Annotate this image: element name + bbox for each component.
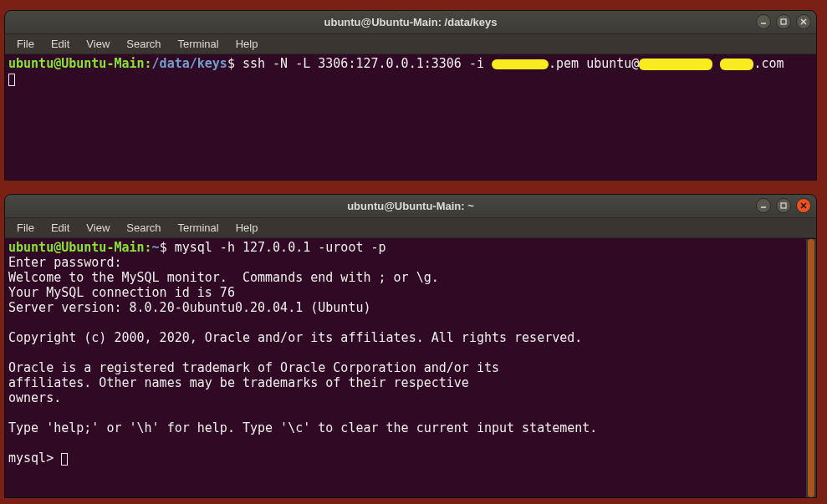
prompt-path: ~ xyxy=(152,240,160,255)
menubar-1: File Edit View Search Terminal Help xyxy=(5,34,816,54)
output-line: owners. xyxy=(8,390,61,405)
redacted-host-2 xyxy=(720,59,753,70)
prompt-colon: : xyxy=(145,240,152,255)
window-controls-2 xyxy=(756,198,811,213)
menu-help[interactable]: Help xyxy=(229,36,265,52)
minimize-button[interactable] xyxy=(756,198,771,213)
minimize-button[interactable] xyxy=(756,14,771,29)
menu-edit[interactable]: Edit xyxy=(44,36,76,52)
maximize-button[interactable] xyxy=(776,198,791,213)
cmd-part-3: .com xyxy=(753,56,784,71)
prompt-userhost: ubuntu@Ubuntu-Main xyxy=(8,56,145,71)
window-title-1: ubuntu@Ubuntu-Main: /data/keys xyxy=(324,16,498,28)
output-line: Welcome to the MySQL monitor. Commands e… xyxy=(8,270,439,285)
menu-file[interactable]: File xyxy=(10,220,41,236)
output-line: Copyright (c) 2000, 2020, Oracle and/or … xyxy=(8,330,582,345)
prompt-dollar: $ xyxy=(227,56,242,71)
scrollbar-thumb[interactable] xyxy=(808,239,814,497)
titlebar-2[interactable]: ubuntu@Ubuntu-Main: ~ xyxy=(5,195,816,218)
menu-terminal[interactable]: Terminal xyxy=(171,36,226,52)
scrollbar[interactable] xyxy=(806,239,816,497)
close-icon xyxy=(799,18,808,26)
cmd-part-1: ssh -N -L 3306:127.0.0.1:3306 -i xyxy=(242,56,492,71)
menu-edit[interactable]: Edit xyxy=(44,220,76,236)
cmd-part-2: .pem ubuntu@ xyxy=(549,56,639,71)
close-icon xyxy=(799,201,808,210)
menu-help[interactable]: Help xyxy=(229,220,265,236)
maximize-button[interactable] xyxy=(776,14,791,29)
terminal-body-1[interactable]: ubuntu@Ubuntu-Main:/data/keys$ ssh -N -L… xyxy=(5,54,816,88)
prompt-dollar: $ xyxy=(160,240,175,255)
menu-search[interactable]: Search xyxy=(120,36,167,52)
prompt-path: /data/keys xyxy=(152,56,227,71)
prompt-colon: : xyxy=(145,56,152,71)
output-line: affiliates. Other names may be trademark… xyxy=(8,375,469,390)
terminal-body-2[interactable]: ubuntu@Ubuntu-Main:~$ mysql -h 127.0.0.1… xyxy=(5,238,816,467)
minimize-icon xyxy=(759,18,768,26)
window-controls-1 xyxy=(756,14,811,29)
output-line: Type 'help;' or '\h' for help. Type '\c'… xyxy=(8,420,597,435)
menu-terminal[interactable]: Terminal xyxy=(171,220,226,236)
close-button[interactable] xyxy=(796,198,811,213)
redacted-host-1 xyxy=(639,59,712,70)
menu-file[interactable]: File xyxy=(10,36,41,52)
minimize-icon xyxy=(759,201,768,210)
menubar-2: File Edit View Search Terminal Help xyxy=(5,218,816,238)
terminal-window-1: ubuntu@Ubuntu-Main: /data/keys File Edit… xyxy=(4,10,817,181)
cursor-2 xyxy=(61,453,68,466)
maximize-icon xyxy=(779,201,788,210)
svg-rect-5 xyxy=(781,203,786,208)
menu-view[interactable]: View xyxy=(79,36,116,52)
close-button[interactable] xyxy=(796,14,811,29)
menu-view[interactable]: View xyxy=(79,220,116,236)
terminal-window-2: ubuntu@Ubuntu-Main: ~ File Edit View Sea… xyxy=(4,194,817,498)
svg-rect-1 xyxy=(781,19,786,24)
output-line: Oracle is a registered trademark of Orac… xyxy=(8,360,499,375)
output-line: Enter password: xyxy=(8,255,121,270)
titlebar-1[interactable]: ubuntu@Ubuntu-Main: /data/keys xyxy=(5,11,816,34)
maximize-icon xyxy=(779,18,788,26)
output-line: Your MySQL connection id is 76 xyxy=(8,285,235,300)
prompt-userhost: ubuntu@Ubuntu-Main xyxy=(8,240,145,255)
redacted-key-name xyxy=(492,59,549,69)
mysql-prompt: mysql> xyxy=(8,451,61,466)
window-title-2: ubuntu@Ubuntu-Main: ~ xyxy=(347,200,474,212)
cmd-mysql: mysql -h 127.0.0.1 -uroot -p xyxy=(175,240,386,255)
output-line: Server version: 8.0.20-0ubuntu0.20.04.1 … xyxy=(8,300,370,315)
menu-search[interactable]: Search xyxy=(120,220,167,236)
cursor-1 xyxy=(8,74,15,86)
